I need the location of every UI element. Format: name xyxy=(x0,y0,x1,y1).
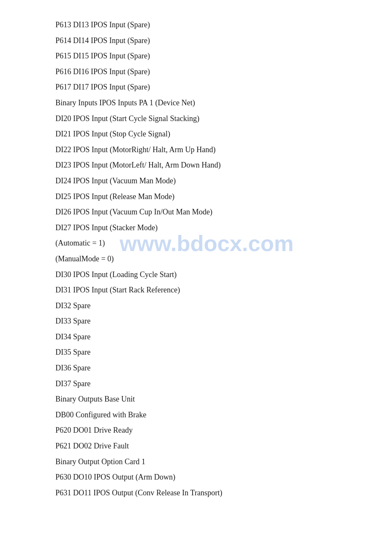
content-list: P613 DI13 IPOS Input (Spare)P614 DI14 IP… xyxy=(55,17,358,500)
list-item: DI23 IPOS Input (MotorLeft/ Halt, Arm Do… xyxy=(55,157,358,173)
list-item: P614 DI14 IPOS Input (Spare) xyxy=(55,33,358,49)
list-item: DI20 IPOS Input (Start Cycle Signal Stac… xyxy=(55,111,358,127)
list-item: DI30 IPOS Input (Loading Cycle Start) xyxy=(55,267,358,283)
list-item: DI37 Spare xyxy=(55,376,358,392)
list-item: DB00 Configured with Brake xyxy=(55,407,358,423)
list-item: Binary Output Option Card 1 xyxy=(55,454,358,470)
list-item: DI22 IPOS Input (MotorRight/ Halt, Arm U… xyxy=(55,142,358,158)
list-item: (Automatic = 1)www.bdocx.com xyxy=(55,235,358,251)
list-item: P630 DO10 IPOS Output (Arm Down) xyxy=(55,469,358,485)
list-item: DI25 IPOS Input (Release Man Mode) xyxy=(55,189,358,205)
list-item: DI35 Spare xyxy=(55,344,358,360)
list-item: DI32 Spare xyxy=(55,298,358,314)
list-item: DI36 Spare xyxy=(55,360,358,376)
list-item: P631 DO11 IPOS Output (Conv Release In T… xyxy=(55,485,358,501)
list-item: P613 DI13 IPOS Input (Spare) xyxy=(55,17,358,33)
page-content: P613 DI13 IPOS Input (Spare)P614 DI14 IP… xyxy=(55,17,358,500)
list-item: (ManualMode = 0) xyxy=(55,251,358,267)
list-item: DI33 Spare xyxy=(55,313,358,329)
list-item: DI27 IPOS Input (Stacker Mode) xyxy=(55,220,358,236)
list-item: DI24 IPOS Input (Vacuum Man Mode) xyxy=(55,173,358,189)
list-item: DI34 Spare xyxy=(55,329,358,345)
list-item: P617 DI17 IPOS Input (Spare) xyxy=(55,79,358,95)
list-item: DI21 IPOS Input (Stop Cycle Signal) xyxy=(55,126,358,142)
list-item: P616 DI16 IPOS Input (Spare) xyxy=(55,64,358,80)
list-item: P620 DO01 Drive Ready xyxy=(55,422,358,438)
list-item: DI31 IPOS Input (Start Rack Reference) xyxy=(55,282,358,298)
list-item: Binary Inputs IPOS Inputs PA 1 (Device N… xyxy=(55,95,358,111)
list-item: DI26 IPOS Input (Vacuum Cup In/Out Man M… xyxy=(55,204,358,220)
list-item: P621 DO02 Drive Fault xyxy=(55,438,358,454)
list-item-text: (Automatic = 1) xyxy=(55,239,105,247)
list-item: P615 DI15 IPOS Input (Spare) xyxy=(55,48,358,64)
list-item: Binary Outputs Base Unit xyxy=(55,391,358,407)
